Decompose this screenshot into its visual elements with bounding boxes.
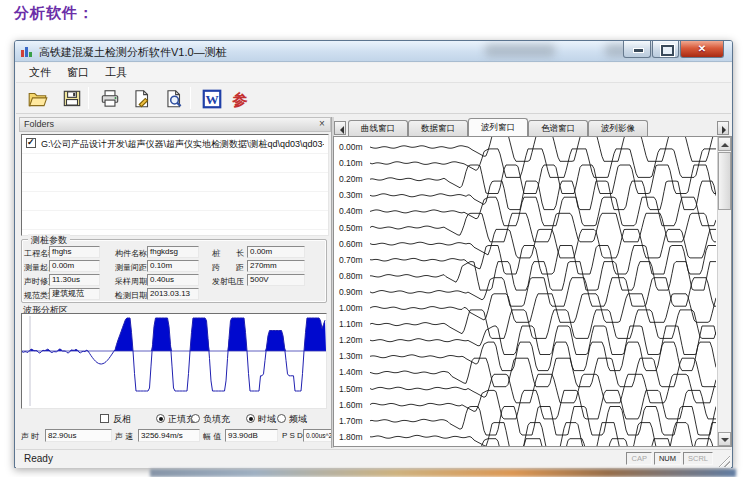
readout-sound-time[interactable]: 82.90us	[45, 429, 112, 442]
screenshot-root: 分析软件： 高铁建混凝土检测分析软件V1.0—测桩 文件窗口工具 W参 Fold…	[0, 0, 745, 477]
wave-train-area: 0.00m0.10m0.20m0.30m0.40m0.50m0.60m0.70m…	[333, 136, 732, 447]
field-time-correction[interactable]: 11.30us	[49, 274, 100, 286]
tab-curve-window[interactable]: 曲线窗口	[348, 120, 408, 136]
depth-label: 0.40m	[339, 206, 369, 216]
preview-icon	[163, 88, 185, 110]
close-button[interactable]	[680, 41, 724, 58]
positive-fill-radio[interactable]	[156, 414, 165, 423]
indicator-num: NUM	[654, 452, 681, 465]
list-item[interactable]: G:\公司产品设计开发\超声仪器\超声仪实地检测数据\测桩qd\qd03\qd0…	[24, 137, 324, 150]
readout-amplitude[interactable]: 93.90dB	[225, 429, 278, 442]
toolbar-preview-button[interactable]	[160, 86, 186, 110]
toolbar-word-export-button[interactable]: W	[198, 86, 224, 110]
readout-amplitude-label: 幅 值	[203, 431, 221, 442]
readout-psd[interactable]: 0.00us^2/m	[303, 429, 333, 442]
field-voltage[interactable]: 500V	[247, 274, 305, 286]
field-component-name[interactable]: fhgkdsg	[147, 246, 199, 258]
menu-bar: 文件窗口工具	[16, 63, 731, 83]
readout-sound-time-label: 声 时	[21, 431, 39, 442]
keyboard-indicators: CAPNUMSCRL	[624, 452, 713, 465]
folders-close-icon[interactable]: ×	[317, 118, 327, 129]
toolbar-separator	[190, 87, 191, 109]
field-component-name-label: 构件名称	[115, 248, 147, 259]
indicator-caps: CAP	[626, 452, 651, 465]
page-edit-icon	[131, 88, 153, 110]
folders-listbox[interactable]: G:\公司产品设计开发\超声仪器\超声仪实地检测数据\测桩qd\qd03\qd0…	[21, 134, 329, 236]
menu-item-file[interactable]: 文件	[21, 63, 59, 82]
left-panel: Folders × G:\公司产品设计开发\超声仪器\超声仪实地检测数据\测桩q…	[19, 117, 331, 448]
toolbar-open-button[interactable]	[24, 86, 50, 110]
tab-scroll-right-icon[interactable]	[717, 121, 729, 135]
page-title: 分析软件：	[14, 4, 94, 23]
field-measure-spacing[interactable]: 0.10m	[147, 260, 199, 272]
time-domain-radio[interactable]	[246, 414, 255, 423]
right-panel: 曲线窗口数据窗口波列窗口色谱窗口波列影像 0.00m0.10m0.20m0.30…	[333, 117, 733, 448]
freq-domain-radio[interactable]	[277, 414, 286, 423]
toolbar-save-button[interactable]	[58, 86, 84, 110]
toolbar: W参	[16, 83, 731, 114]
window-title: 高铁建混凝土检测分析软件V1.0—测桩	[39, 45, 227, 60]
readout-psd-label: P S D	[282, 431, 303, 440]
tab-data-window[interactable]: 数据窗口	[408, 120, 468, 136]
status-bar: Ready CAPNUMSCRL	[16, 449, 731, 468]
tab-scroll-left-icon[interactable]	[334, 121, 346, 135]
field-start-point[interactable]: 0.00m	[49, 260, 100, 272]
toolbar-page-edit-button[interactable]	[128, 86, 154, 110]
params-icon: 参	[229, 88, 251, 110]
depth-label: 1.20m	[339, 335, 369, 345]
glass-reflection	[485, 44, 555, 57]
waveform-analysis-box	[21, 313, 327, 409]
field-project-name[interactable]: fhghs	[49, 246, 100, 258]
tab-spectrum-window[interactable]: 色谱窗口	[528, 120, 588, 136]
maximize-button[interactable]	[652, 41, 679, 58]
field-standard-type[interactable]: 建筑规范	[49, 288, 100, 300]
resize-grip[interactable]	[717, 454, 730, 467]
depth-label: 0.10m	[339, 158, 369, 168]
file-path-label: G:\公司产品设计开发\超声仪器\超声仪实地检测数据\测桩qd\qd03\qd0…	[41, 138, 324, 150]
scroll-up-icon[interactable]	[718, 137, 731, 151]
depth-label: 1.50m	[339, 384, 369, 394]
depth-label: 1.80m	[339, 432, 369, 442]
window-controls	[622, 41, 724, 58]
readout-sound-speed[interactable]: 3256.94m/s	[138, 429, 200, 442]
tab-wave-train-image[interactable]: 波列影像	[588, 120, 648, 136]
depth-label: 1.00m	[339, 303, 369, 313]
time-domain-label: 时域	[258, 413, 276, 426]
depth-label: 0.00m	[339, 142, 369, 152]
toolbar-separator	[88, 87, 89, 109]
save-icon	[61, 88, 83, 110]
print-icon	[99, 88, 121, 110]
minimize-button[interactable]	[623, 41, 651, 58]
readout-sound-speed-label: 声 速	[115, 431, 133, 442]
invert-checkbox[interactable]	[100, 414, 109, 423]
desktop-wallpaper-strip	[150, 469, 736, 477]
window-titlebar[interactable]: 高铁建混凝土检测分析软件V1.0—测桩	[15, 41, 732, 62]
indicator-scroll: SCRL	[683, 452, 713, 465]
negative-fill-radio[interactable]	[191, 414, 200, 423]
depth-label: 0.70m	[339, 255, 369, 265]
field-sample-period[interactable]: 0.40us	[147, 274, 199, 286]
freq-domain-label: 频域	[289, 413, 307, 426]
depth-label: 0.30m	[339, 190, 369, 200]
depth-label: 1.70m	[339, 416, 369, 426]
scrollbar-thumb[interactable]	[718, 152, 731, 210]
depth-label: 1.40m	[339, 367, 369, 377]
toolbar-print-button[interactable]	[96, 86, 122, 110]
svg-text:W: W	[205, 92, 218, 107]
wave-train-traces	[370, 137, 716, 446]
field-voltage-label: 发射电压	[212, 276, 244, 287]
toolbar-params-button[interactable]: 参	[226, 86, 252, 110]
svg-text:参: 参	[231, 91, 248, 108]
field-span-label: 跨 距	[212, 262, 244, 273]
field-pile-length[interactable]: 0.00m	[247, 246, 305, 258]
field-span[interactable]: 270mm	[247, 260, 305, 272]
item-checkbox[interactable]	[26, 138, 36, 148]
menu-item-tools[interactable]: 工具	[97, 63, 135, 82]
tab-wave-train-window[interactable]: 波列窗口	[468, 118, 528, 136]
depth-label: 0.20m	[339, 174, 369, 184]
scroll-down-icon[interactable]	[718, 432, 731, 446]
field-test-date[interactable]: 2013.03.13	[147, 288, 199, 300]
menu-item-window[interactable]: 窗口	[59, 63, 97, 82]
vertical-scrollbar[interactable]	[717, 137, 731, 446]
folders-panel-header: Folders ×	[19, 117, 331, 132]
